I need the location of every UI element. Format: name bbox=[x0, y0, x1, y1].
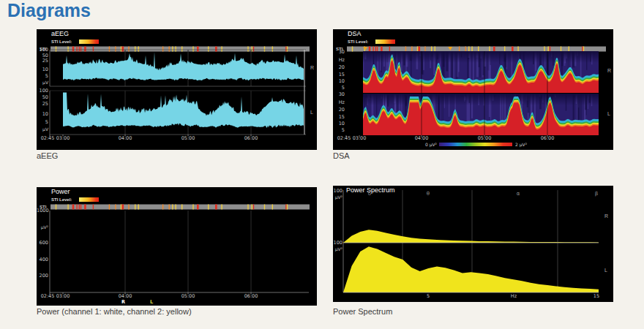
power-y-tick: 1000 bbox=[37, 208, 48, 213]
power-x-tick: 04:00 bbox=[115, 294, 135, 299]
ps-band-beta: β bbox=[592, 192, 601, 197]
sti-level-gradient-swatch bbox=[79, 39, 99, 44]
ps-x-tick: 5 bbox=[418, 294, 438, 299]
ps-band-delta: δ bbox=[365, 192, 374, 197]
aeeg-y-tick: 10 bbox=[37, 67, 48, 72]
diagrams-page: Diagrams aEEG STI Level: STI R L 1005025… bbox=[0, 0, 644, 329]
aeeg-caption: aEEG bbox=[37, 151, 58, 160]
aeeg-y-tick: 5 bbox=[37, 74, 48, 79]
aeeg-y-tick: 100 bbox=[37, 88, 48, 94]
ps-band-alpha: α bbox=[514, 192, 523, 197]
sti-level-label: STI Level: bbox=[51, 197, 72, 202]
ps-r-y-tick: 100 bbox=[333, 189, 342, 194]
ps-x-tick: Hz bbox=[503, 294, 524, 299]
sti-level-label: STI Level: bbox=[348, 39, 368, 44]
dsa-chart bbox=[333, 29, 613, 150]
dsa-y-tick: 20 bbox=[333, 65, 345, 70]
sti-level-gradient-swatch bbox=[375, 39, 395, 44]
dsa-y-tick: 15 bbox=[333, 115, 345, 120]
dsa-x-tick: 03:00 bbox=[349, 136, 370, 141]
power-spectrum-chart bbox=[333, 186, 613, 302]
dsa-x-tick: 06:00 bbox=[537, 136, 558, 141]
aeeg-x-tick: 03:00 bbox=[53, 136, 73, 141]
aeeg-x-tick: 06:00 bbox=[241, 136, 261, 141]
aeeg-y-unit: µV bbox=[37, 80, 48, 85]
dsa-y-tick: 5 bbox=[333, 128, 345, 133]
power-title: Power bbox=[51, 188, 70, 195]
ps-l-y-unit: µV² bbox=[333, 246, 342, 252]
aeeg-panel: aEEG STI Level: STI R L 1005025105µV1005… bbox=[37, 29, 317, 150]
dsa-y-tick: Hz bbox=[333, 58, 345, 63]
dsa-panel: DSA STI Level: STI R L 0 µV² 2 µV² 30Hz2… bbox=[333, 29, 613, 150]
dsa-y-tick: 15 bbox=[333, 72, 345, 77]
power-y-tick: 400 bbox=[37, 257, 48, 262]
sti-level-label: STI Level: bbox=[51, 39, 72, 44]
power-chart bbox=[37, 187, 317, 306]
ps-r-y-unit: µV² bbox=[333, 194, 342, 200]
aeeg-y-tick: 5 bbox=[37, 120, 48, 125]
sti-level-gradient-swatch bbox=[79, 197, 99, 202]
dsa-channel-r-label: R bbox=[607, 68, 611, 73]
dsa-x-tick: 05:00 bbox=[474, 136, 495, 141]
dsa-legend-min: 0 µV² bbox=[409, 142, 437, 147]
aeeg-chart bbox=[37, 29, 317, 150]
dsa-channel-l-label: L bbox=[607, 111, 610, 116]
ps-channel-l-label: L bbox=[604, 268, 607, 273]
aeeg-x-tick: 04:00 bbox=[115, 136, 135, 141]
power-spectrum-panel: Power Spectrum 100 µV² 100 µV² R L δθαβ5… bbox=[333, 186, 613, 302]
power-x-tick: 05:00 bbox=[178, 294, 198, 299]
dsa-y-tick: 20 bbox=[333, 107, 345, 113]
power-y-tick: 200 bbox=[37, 273, 48, 279]
aeeg-title: aEEG bbox=[51, 30, 69, 37]
dsa-legend-max: 2 µV² bbox=[515, 142, 527, 147]
ps-l-y-tick: 100 bbox=[333, 241, 342, 246]
power-caption: Power (channel 1: white, channel 2: yell… bbox=[37, 307, 192, 316]
power-event-marker-r: R bbox=[121, 300, 125, 305]
aeeg-y-tick: 50 bbox=[37, 95, 48, 100]
dsa-title: DSA bbox=[348, 30, 362, 37]
aeeg-y-tick: 10 bbox=[37, 112, 48, 117]
aeeg-channel-r-label: R bbox=[310, 65, 314, 70]
page-title: Diagrams bbox=[7, 0, 91, 21]
aeeg-y-unit: µV bbox=[37, 126, 48, 132]
dsa-y-tick: 30 bbox=[333, 92, 345, 97]
power-x-tick: 06:00 bbox=[241, 294, 261, 299]
aeeg-y-tick: 100 bbox=[37, 48, 48, 53]
power-spectrum-caption: Power Spectrum bbox=[333, 307, 392, 316]
dsa-y-tick: 10 bbox=[333, 79, 345, 84]
aeeg-y-tick: 25 bbox=[37, 58, 48, 64]
power-y-tick: 600 bbox=[37, 241, 48, 246]
dsa-x-tick: 04:00 bbox=[411, 136, 432, 141]
ps-band-theta: θ bbox=[424, 192, 433, 197]
power-panel: Power STI Level: STI 1000µV²60040020002:… bbox=[37, 187, 317, 306]
dsa-caption: DSA bbox=[333, 151, 350, 160]
dsa-y-tick: 30 bbox=[333, 50, 345, 55]
power-event-marker-l: L bbox=[150, 300, 153, 305]
aeeg-x-tick: 05:00 bbox=[178, 136, 198, 141]
power-x-tick: 03:00 bbox=[53, 294, 73, 299]
dsa-y-tick: 5 bbox=[333, 86, 345, 91]
aeeg-channel-l-label: L bbox=[310, 110, 313, 115]
dsa-y-tick: Hz bbox=[333, 100, 345, 105]
ps-channel-r-label: R bbox=[604, 213, 608, 219]
dsa-y-tick: 10 bbox=[333, 121, 345, 126]
ps-x-tick: 15 bbox=[586, 294, 607, 299]
power-y-tick: µV² bbox=[37, 224, 48, 230]
dsa-legend-colorbar bbox=[439, 143, 512, 146]
aeeg-y-tick: 25 bbox=[37, 102, 48, 107]
